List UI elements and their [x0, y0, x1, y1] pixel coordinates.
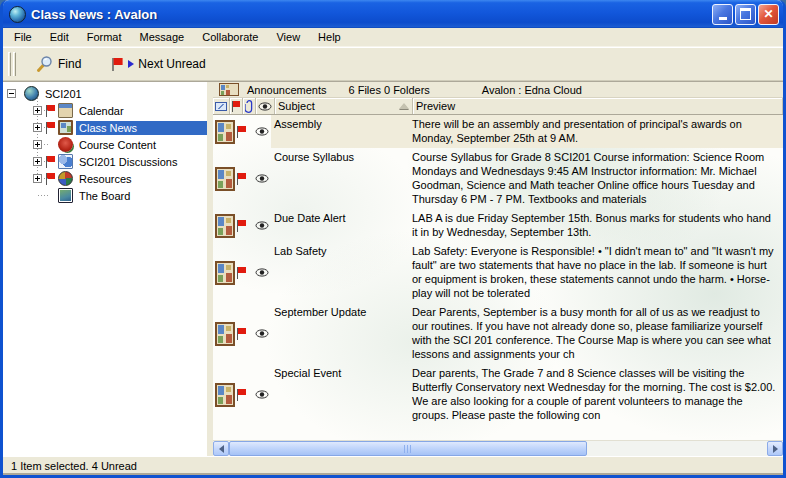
tree-item-icon [58, 154, 73, 169]
tree-root-label: SCI201 [42, 87, 85, 101]
message-panel: Announcements 6 Files 0 Folders Avalon :… [213, 82, 783, 456]
menu-item[interactable]: Edit [41, 29, 78, 45]
tree-item-label: SCI201 Discussions [76, 155, 180, 169]
row-icons [213, 364, 271, 425]
unread-flag-icon [46, 173, 55, 185]
column-read-status[interactable] [256, 98, 275, 114]
message-preview: Dear Parents, September is a busy month … [409, 303, 783, 364]
message-row[interactable]: Assembly There will be an assembly and p… [213, 115, 783, 148]
status-bar: 1 Item selected. 4 Unread [3, 456, 783, 475]
bulletin-board-icon [215, 383, 235, 407]
message-subject: Course Syllabus [271, 148, 409, 209]
tree-item-label: Calendar [76, 104, 127, 118]
message-list: Assembly There will be an assembly and p… [213, 115, 783, 440]
row-icons [213, 148, 271, 209]
menu-item[interactable]: Help [309, 29, 350, 45]
column-attachment[interactable] [243, 98, 256, 114]
collapse-icon[interactable] [7, 89, 16, 98]
message-row[interactable]: Special Event Dear parents, The Grade 7 … [213, 364, 783, 425]
unread-flag-icon [46, 122, 55, 134]
menu-item[interactable]: View [267, 29, 309, 45]
message-subject: Special Event [271, 364, 409, 425]
tree-item[interactable]: SCI201 Discussions [3, 153, 207, 170]
toolbar-grip[interactable] [8, 52, 11, 76]
column-preview[interactable]: Preview [413, 98, 783, 114]
expand-icon[interactable] [33, 123, 42, 132]
tree-item-icon [58, 188, 73, 203]
row-icons [213, 209, 271, 242]
eye-icon [255, 174, 269, 183]
unread-flag-icon [237, 267, 246, 279]
unread-flag-icon [237, 328, 246, 340]
toolbar-grip[interactable] [13, 52, 16, 76]
minimize-button[interactable] [712, 4, 733, 25]
expand-icon[interactable] [33, 174, 42, 183]
tree-children: Calendar Class News Course Content [3, 102, 207, 204]
eye-icon [255, 390, 269, 399]
message-subject: Due Date Alert [271, 209, 409, 242]
close-button[interactable]: ✕ [758, 4, 779, 25]
unread-flag-icon [46, 105, 55, 117]
unread-flag-icon [237, 173, 246, 185]
scroll-right-button[interactable] [767, 441, 783, 456]
bulletin-board-icon [215, 167, 235, 191]
find-button[interactable]: Find [30, 52, 87, 76]
scrollbar-thumb[interactable] [229, 441, 587, 456]
eye-icon [255, 329, 269, 338]
scrollbar-track[interactable] [587, 441, 767, 456]
next-unread-label: Next Unread [138, 57, 205, 71]
row-icons [213, 303, 271, 364]
unread-flag-icon [111, 57, 123, 72]
unread-flag-icon [46, 156, 55, 168]
menu-item[interactable]: Collaborate [193, 29, 267, 45]
next-unread-button[interactable]: Next Unread [105, 54, 211, 75]
expand-icon[interactable] [33, 140, 42, 149]
tree-item[interactable]: Course Content [3, 136, 207, 153]
tree-item[interactable]: Calendar [3, 102, 207, 119]
eye-icon [255, 221, 269, 230]
menu-bar: File Edit Format Message Collaborate Vie… [3, 28, 783, 47]
expand-icon[interactable] [33, 106, 42, 115]
eye-icon [255, 127, 269, 136]
message-subject: Lab Safety [271, 242, 409, 303]
menu-item[interactable]: File [5, 29, 41, 45]
tree-item[interactable]: Resources [3, 170, 207, 187]
bulletin-board-icon [215, 120, 235, 144]
title-bar[interactable]: Class News : Avalon ✕ [3, 0, 783, 28]
find-label: Find [58, 57, 81, 71]
expand-icon[interactable] [33, 157, 42, 166]
tree-item[interactable]: The Board [3, 187, 207, 204]
server-user-label: Avalon : Edna Cloud [482, 84, 582, 96]
message-preview: Course Syllabus for Grade 8 SCI201 Cours… [409, 148, 783, 209]
subject-header-label: Subject [278, 100, 315, 112]
menu-item[interactable]: Format [78, 29, 131, 45]
paperclip-icon [245, 100, 254, 113]
sort-ascending-icon [399, 103, 409, 109]
message-row[interactable]: Due Date Alert LAB A is due Friday Septe… [213, 209, 783, 242]
unread-flag-icon [237, 126, 246, 138]
panel-header: Announcements 6 Files 0 Folders Avalon :… [213, 82, 783, 98]
message-preview: Lab Safety: Everyone is Responsible! • "… [409, 242, 783, 303]
message-preview: Dear parents, The Grade 7 and 8 Science … [409, 364, 783, 425]
column-message-type[interactable] [213, 98, 230, 114]
horizontal-scrollbar [213, 440, 783, 456]
unread-flag-icon [237, 389, 246, 401]
status-text: 1 Item selected. 4 Unread [11, 460, 137, 472]
tree-root-sci201[interactable]: SCI201 [3, 85, 207, 102]
scroll-left-button[interactable] [213, 441, 229, 456]
maximize-button[interactable] [735, 4, 756, 25]
bulletin-board-icon [219, 83, 239, 96]
toolbar: Find Next Unread [3, 47, 783, 81]
menu-item[interactable]: Message [131, 29, 194, 45]
message-subject: Assembly [271, 115, 409, 148]
flag-icon [232, 101, 241, 112]
message-row[interactable]: Course Syllabus Course Syllabus for Grad… [213, 148, 783, 209]
panel-title: Announcements [247, 84, 327, 96]
message-preview: There will be an assembly and presentati… [409, 115, 783, 148]
message-row[interactable]: Lab Safety Lab Safety: Everyone is Respo… [213, 242, 783, 303]
message-row[interactable]: September Update Dear Parents, September… [213, 303, 783, 364]
column-flag[interactable] [230, 98, 243, 114]
column-subject[interactable]: Subject [275, 98, 413, 114]
eye-icon [255, 268, 269, 277]
tree-item[interactable]: Class News [3, 119, 207, 136]
